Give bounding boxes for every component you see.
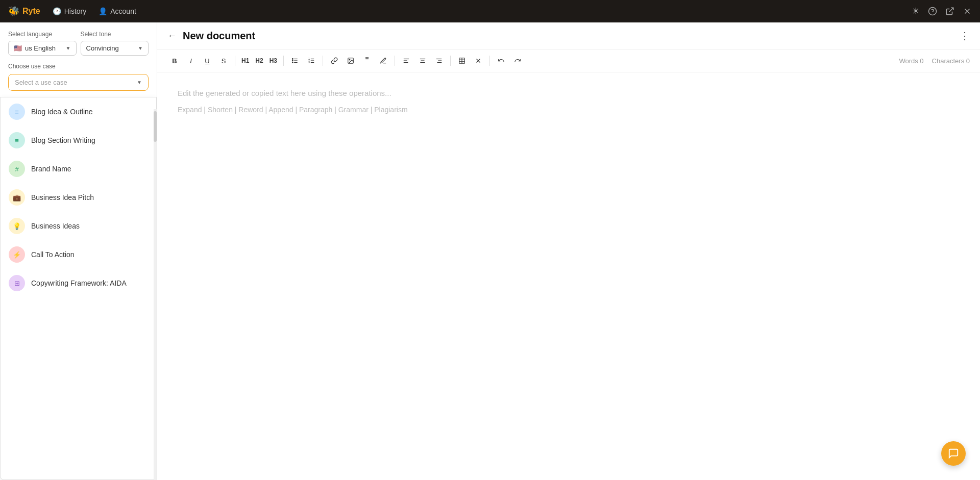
toolbar-separator-4	[395, 56, 395, 66]
link-button[interactable]	[327, 54, 341, 68]
logo-label: Ryte	[22, 7, 40, 16]
close-icon[interactable]	[963, 7, 972, 16]
use-case-select[interactable]: Select a use case ▼	[8, 74, 149, 91]
svg-point-10	[292, 62, 293, 63]
dropdown-item-icon-blog-idea-outline: ≡	[9, 104, 25, 120]
highlight-button[interactable]	[376, 54, 390, 68]
table-button[interactable]	[455, 54, 469, 68]
word-count: Words 0	[899, 57, 923, 65]
svg-text:3: 3	[308, 61, 310, 64]
char-count: Characters 0	[932, 57, 970, 65]
italic-button[interactable]: I	[184, 54, 198, 68]
use-case-placeholder: Select a use case	[15, 79, 67, 86]
language-label: Select language	[8, 31, 77, 38]
language-tone-row: Select language 🇺🇸 us English ▼ Select t…	[8, 31, 149, 56]
sun-icon[interactable]: ☀	[912, 6, 920, 17]
use-case-dropdown: ≡ Blog Idea & Outline ≡ Blog Section Wri…	[0, 97, 157, 480]
back-button[interactable]: ←	[167, 31, 177, 41]
language-value: us English	[25, 44, 56, 52]
dropdown-item-business-idea-pitch[interactable]: 💼 Business Idea Pitch	[1, 183, 156, 212]
logo-icon: 🐝	[8, 6, 19, 17]
redo-button[interactable]	[510, 54, 525, 68]
sidebar-controls: Select language 🇺🇸 us English ▼ Select t…	[0, 22, 157, 97]
strikethrough-button[interactable]: S	[216, 54, 231, 68]
bold-button[interactable]: B	[167, 54, 182, 68]
toolbar-separator-6	[489, 56, 490, 66]
sidebar-scrollbar[interactable]	[154, 109, 157, 480]
bullet-list-button[interactable]	[288, 54, 302, 68]
dropdown-item-icon-business-idea-pitch: 💼	[9, 189, 25, 206]
toolbar-separator-1	[235, 56, 235, 66]
dropdown-item-label-call-to-action: Call To Action	[31, 250, 75, 259]
external-link-icon[interactable]	[945, 7, 954, 16]
dropdown-item-icon-call-to-action: ⚡	[9, 246, 25, 263]
language-select[interactable]: 🇺🇸 us English ▼	[8, 41, 77, 56]
document-title: New document	[183, 30, 953, 42]
dropdown-item-icon-brand-name: #	[9, 161, 25, 177]
h2-button[interactable]: H2	[253, 54, 265, 68]
align-left-button[interactable]	[399, 54, 413, 68]
underline-button[interactable]: U	[200, 54, 214, 68]
editor-toolbar: B I U S H1 H2 H3 123 "	[157, 49, 980, 72]
dropdown-item-blog-section-writing[interactable]: ≡ Blog Section Writing	[1, 126, 156, 155]
dropdown-item-call-to-action[interactable]: ⚡ Call To Action	[1, 240, 156, 269]
tone-label: Select tone	[81, 31, 149, 38]
main-layout: Select language 🇺🇸 us English ▼ Select t…	[0, 22, 980, 480]
tone-chevron-icon: ▼	[138, 45, 143, 51]
tone-value: Convincing	[86, 44, 119, 52]
editor-content[interactable]: Edit the generated or copied text here u…	[157, 72, 980, 480]
dropdown-item-label-business-idea-pitch: Business Idea Pitch	[31, 193, 94, 201]
language-flag: 🇺🇸	[14, 44, 22, 52]
editor-placeholder-main: Edit the generated or copied text here u…	[178, 89, 960, 97]
history-label: History	[64, 7, 87, 15]
editor-placeholder-ops: Expand | Shorten | Reword | Append | Par…	[178, 106, 960, 114]
align-center-button[interactable]	[415, 54, 430, 68]
dropdown-item-label-blog-section-writing: Blog Section Writing	[31, 136, 95, 144]
dropdown-item-icon-copywriting-aida: ⊞	[9, 275, 25, 291]
dropdown-item-label-brand-name: Brand Name	[31, 165, 71, 173]
numbered-list-button[interactable]: 123	[304, 54, 318, 68]
h3-button[interactable]: H3	[267, 54, 279, 68]
toolbar-separator-3	[323, 56, 323, 66]
history-nav-item[interactable]: 🕐 History	[53, 7, 87, 15]
help-icon[interactable]	[928, 7, 937, 16]
top-navigation: 🐝 Ryte 🕐 History 👤 Account ☀	[0, 0, 980, 22]
editor-area: ← New document ⋮ B I U S H1 H2 H3 123	[157, 22, 980, 480]
chat-button[interactable]	[941, 441, 966, 466]
dropdown-item-brand-name[interactable]: # Brand Name	[1, 155, 156, 183]
svg-point-9	[292, 60, 293, 61]
dropdown-item-label-copywriting-aida: Copywriting Framework: AIDA	[31, 279, 127, 287]
editor-header: ← New document ⋮	[157, 22, 980, 49]
toolbar-separator-2	[283, 56, 284, 66]
image-button[interactable]	[344, 54, 358, 68]
quote-button[interactable]: "	[360, 54, 374, 68]
more-options-button[interactable]: ⋮	[960, 30, 970, 42]
nav-icon-group: ☀	[912, 6, 972, 17]
svg-line-2	[949, 8, 953, 12]
dropdown-item-copywriting-aida[interactable]: ⊞ Copywriting Framework: AIDA	[1, 269, 156, 297]
dropdown-item-business-ideas[interactable]: 💡 Business Ideas	[1, 212, 156, 240]
svg-point-18	[349, 59, 350, 60]
sidebar: Select language 🇺🇸 us English ▼ Select t…	[0, 22, 157, 480]
dropdown-item-blog-idea-outline[interactable]: ≡ Blog Idea & Outline	[1, 97, 156, 126]
account-nav-item[interactable]: 👤 Account	[99, 7, 136, 15]
dropdown-item-icon-blog-section-writing: ≡	[9, 132, 25, 148]
sidebar-scrollbar-thumb	[154, 111, 157, 142]
history-icon: 🕐	[53, 7, 61, 15]
logo[interactable]: 🐝 Ryte	[8, 6, 40, 17]
language-chevron-icon: ▼	[66, 45, 71, 51]
clear-format-button[interactable]	[471, 54, 485, 68]
use-case-chevron-icon: ▼	[137, 80, 142, 85]
dropdown-item-icon-business-ideas: 💡	[9, 218, 25, 234]
undo-button[interactable]	[494, 54, 508, 68]
tone-select[interactable]: Convincing ▼	[81, 41, 149, 56]
dropdown-item-label-business-ideas: Business Ideas	[31, 222, 80, 230]
svg-point-8	[292, 59, 293, 60]
h1-button[interactable]: H1	[239, 54, 251, 68]
account-label: Account	[110, 7, 136, 15]
dropdown-item-label-blog-idea-outline: Blog Idea & Outline	[31, 108, 93, 116]
account-icon: 👤	[99, 7, 107, 15]
align-right-button[interactable]	[432, 54, 446, 68]
toolbar-separator-5	[450, 56, 451, 66]
toolbar-stats: Words 0 Characters 0	[899, 57, 970, 65]
